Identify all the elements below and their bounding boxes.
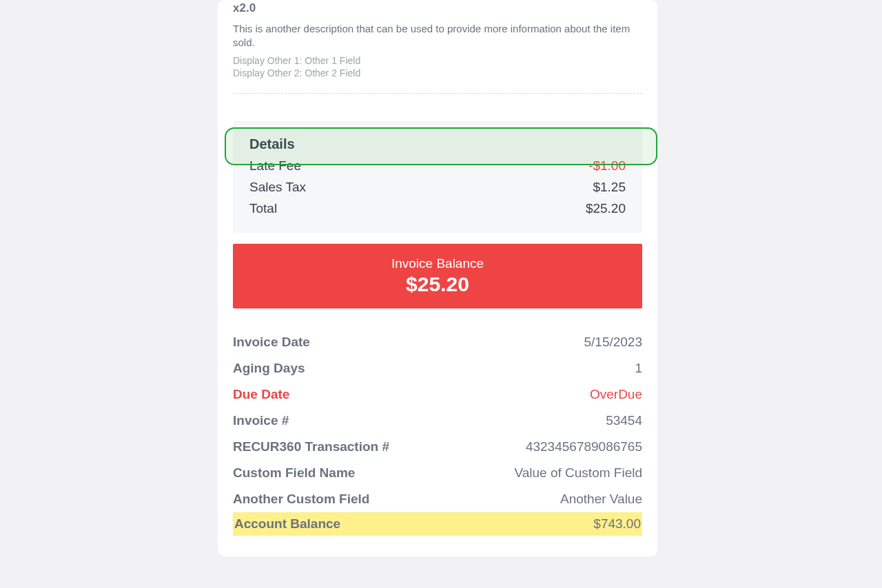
row-late-fee: Late Fee -$1.00 <box>249 158 626 174</box>
transaction-number-value: 4323456789086765 <box>526 439 642 454</box>
late-fee-value: -$1.00 <box>588 158 626 174</box>
row-invoice-date: Invoice Date 5/15/2023 <box>233 329 642 355</box>
sales-tax-label: Sales Tax <box>249 180 306 195</box>
total-value: $25.20 <box>586 201 626 216</box>
transaction-number-label: RECUR360 Transaction # <box>233 439 389 454</box>
row-transaction-number: RECUR360 Transaction # 4323456789086765 <box>233 434 642 460</box>
due-date-value: OverDue <box>590 387 642 402</box>
custom-field-1-label: Custom Field Name <box>233 465 355 481</box>
account-balance-value: $743.00 <box>593 516 641 532</box>
invoice-number-value: 53454 <box>606 413 642 428</box>
row-total: Total $25.20 <box>249 201 626 216</box>
row-due-date: Due Date OverDue <box>233 381 642 408</box>
invoice-balance-banner: Invoice Balance $25.20 <box>233 244 642 308</box>
row-account-balance: Account Balance $743.00 <box>233 512 642 536</box>
custom-field-2-value: Another Value <box>560 492 642 507</box>
invoice-receipt: x2.0 This is another description that ca… <box>218 0 657 556</box>
aging-days-label: Aging Days <box>233 361 305 376</box>
display-other-2: Display Other 2: Other 2 Field <box>233 67 642 79</box>
row-custom-field-1: Custom Field Name Value of Custom Field <box>233 460 642 486</box>
aging-days-value: 1 <box>635 361 642 376</box>
row-invoice-number: Invoice # 53454 <box>233 408 642 434</box>
invoice-balance-label: Invoice Balance <box>233 256 642 271</box>
row-sales-tax: Sales Tax $1.25 <box>249 180 626 195</box>
details-box: Details Late Fee -$1.00 Sales Tax $1.25 … <box>233 121 642 233</box>
details-title: Details <box>249 136 626 152</box>
total-label: Total <box>249 201 277 216</box>
invoice-balance-amount: $25.20 <box>233 273 642 296</box>
invoice-number-label: Invoice # <box>233 413 289 428</box>
display-other-1: Display Other 1: Other 1 Field <box>233 54 642 67</box>
due-date-label: Due Date <box>233 387 289 402</box>
invoice-metadata: Invoice Date 5/15/2023 Aging Days 1 Due … <box>233 329 642 536</box>
line-item-description: This is another description that can be … <box>233 22 642 50</box>
line-item-quantity: x2.0 <box>233 1 642 15</box>
row-aging-days: Aging Days 1 <box>233 355 642 381</box>
invoice-date-value: 5/15/2023 <box>584 335 642 350</box>
line-item-block: x2.0 This is another description that ca… <box>218 1 657 94</box>
account-balance-label: Account Balance <box>234 516 340 532</box>
custom-field-2-label: Another Custom Field <box>233 492 369 507</box>
invoice-date-label: Invoice Date <box>233 335 310 350</box>
divider <box>233 93 642 94</box>
sales-tax-value: $1.25 <box>593 180 626 195</box>
row-custom-field-2: Another Custom Field Another Value <box>233 486 642 512</box>
line-item-other-fields: Display Other 1: Other 1 Field Display O… <box>233 54 642 79</box>
custom-field-1-value: Value of Custom Field <box>514 465 642 481</box>
late-fee-label: Late Fee <box>249 158 301 174</box>
